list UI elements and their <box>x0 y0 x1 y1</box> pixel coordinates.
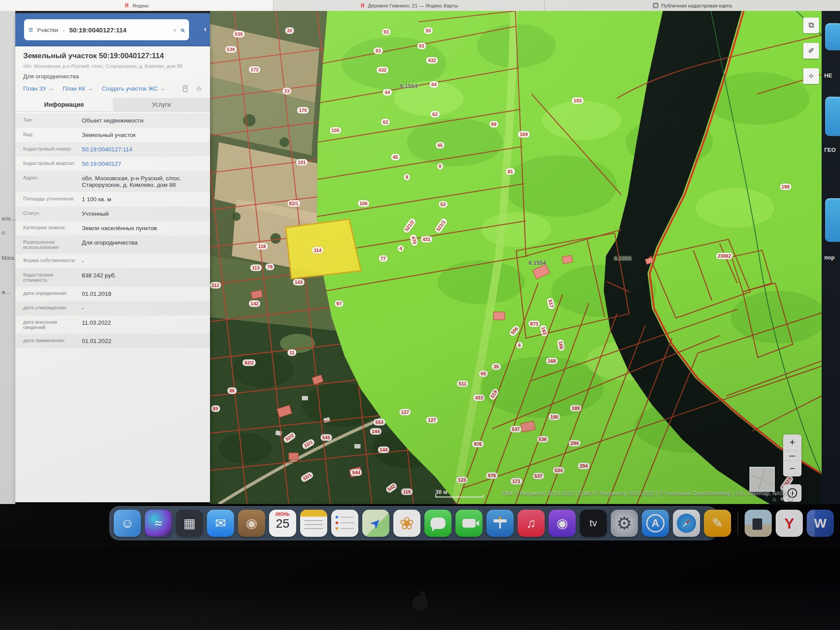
parcel-label[interactable]: 553 <box>374 419 385 425</box>
parcel-label[interactable]: 77 <box>379 255 388 262</box>
launchpad-icon[interactable]: ▦ <box>176 510 203 537</box>
parcel-label[interactable]: 545 <box>320 434 332 441</box>
parcel-label[interactable]: 4 <box>398 245 404 252</box>
messages-icon[interactable] <box>424 510 452 537</box>
app-store-icon[interactable]: A <box>642 510 669 537</box>
tab-pkk[interactable]: R Публичная кадастровая карта <box>545 0 840 11</box>
settings-icon[interactable]: ⚙ <box>611 510 638 537</box>
parcel-label[interactable]: 193 <box>539 325 549 337</box>
parcel-label[interactable]: 93 <box>374 48 382 54</box>
plan-kk-link[interactable]: План КК → <box>63 85 93 92</box>
parcel-label[interactable]: 542 <box>385 482 398 494</box>
collapse-panel-icon[interactable]: ‹ <box>204 24 206 34</box>
parcel-label[interactable]: 113 <box>250 265 262 271</box>
parcel-label[interactable]: 172 <box>249 66 260 73</box>
parcel-label[interactable]: 539 <box>225 46 236 52</box>
parcel-label[interactable]: 199 <box>780 184 791 190</box>
parcel-label[interactable]: 170 <box>297 107 308 113</box>
fullscreen-icon[interactable]: ▣ <box>788 496 793 502</box>
parcel-label[interactable]: 294 <box>569 440 580 447</box>
safari-icon[interactable] <box>673 510 700 537</box>
parcel-label[interactable]: 103 <box>572 98 583 104</box>
parcel-label[interactable]: 976 <box>472 441 483 447</box>
parcel-label[interactable]: 171 <box>511 478 522 485</box>
parcel-label[interactable]: 118 <box>256 243 268 249</box>
contacts-icon[interactable]: ◉ <box>238 510 265 537</box>
parcel-label[interactable]: 9 <box>437 163 443 170</box>
zoom-out-button[interactable]: − <box>783 461 802 476</box>
parcel-label[interactable]: 534 <box>553 467 564 474</box>
parcel-label[interactable]: 517 <box>546 298 555 310</box>
parcel-label[interactable]: 105 <box>329 127 341 133</box>
parcel-label[interactable]: 99 <box>490 121 498 128</box>
cadastral-map[interactable]: 53953930939393931724324322344446.1554170… <box>210 11 822 504</box>
parcel-label[interactable]: 32/1 <box>301 438 316 450</box>
parcel-label[interactable]: 127 <box>426 417 438 424</box>
parcel-label[interactable]: 86 <box>228 387 236 394</box>
parcel-label[interactable]: 45 <box>436 142 444 148</box>
search-input[interactable]: ≡ Участки ⌄ 50:19:0040127:114 × ⌕ <box>24 19 189 40</box>
parcel-label[interactable]: 144 <box>378 447 389 453</box>
tab-yandex-maps[interactable]: Я Деревня Гомнино, 21 — Яндекс Карты <box>273 0 545 11</box>
parcel-label[interactable]: 511 <box>457 381 468 387</box>
chevron-down-icon[interactable]: ⌄ <box>62 27 66 33</box>
parcel-label[interactable]: 81 <box>506 168 514 175</box>
overview-minimap[interactable] <box>749 467 775 492</box>
parcel-label[interactable]: 106 <box>358 200 369 206</box>
parcel-label[interactable]: 112 <box>210 282 221 288</box>
search-query[interactable]: 50:19:0040127:114 <box>69 26 169 34</box>
parcel-label[interactable]: 65 <box>479 371 488 377</box>
downloads-thumbnail-icon[interactable] <box>745 510 772 537</box>
parcel-label[interactable]: 976 <box>486 472 497 479</box>
yandex-browser-icon[interactable]: Y <box>776 510 803 537</box>
parcel-label[interactable]: 470 <box>409 234 418 246</box>
keynote-icon[interactable] <box>486 510 514 537</box>
facetime-icon[interactable] <box>455 510 483 537</box>
parcel-label[interactable]: 44 <box>430 81 438 88</box>
reminders-icon[interactable] <box>331 510 358 537</box>
music-icon[interactable]: ♫ <box>518 510 545 537</box>
parcel-label[interactable]: 53 <box>439 201 448 207</box>
notes-icon[interactable] <box>300 510 327 537</box>
parcel-label[interactable]: 168 <box>546 358 557 364</box>
parcel-label[interactable]: 294 <box>578 463 589 469</box>
parcel-label[interactable]: 11 <box>288 350 297 356</box>
crosshair-icon[interactable]: ✛ <box>780 496 784 502</box>
parcel-label[interactable]: 101 <box>296 159 308 165</box>
parcel-label[interactable]: 432 <box>426 57 438 63</box>
parcel-label[interactable]: 93 <box>382 29 390 35</box>
parcel-label[interactable]: 873 <box>528 320 540 327</box>
podcasts-icon[interactable]: ◉ <box>549 510 576 537</box>
parcel-label[interactable]: 97 <box>335 301 343 307</box>
parcel-label[interactable]: 127 <box>399 409 411 416</box>
parcel-label[interactable]: 143 <box>293 279 304 285</box>
parcel-label[interactable]: 189 <box>570 405 581 412</box>
parcel-label[interactable]: 556 <box>508 325 521 338</box>
parcel-label[interactable]: 433 <box>473 394 485 401</box>
parcel-label[interactable]: 23062 <box>716 253 733 259</box>
favorite-star-icon[interactable]: ☆ <box>196 84 202 93</box>
parcel-label[interactable]: 30 <box>285 28 294 34</box>
apple-tv-icon[interactable]: tv <box>580 510 607 537</box>
create-zhs-link[interactable]: Создать участок ЖС → <box>102 85 165 92</box>
parcel-label[interactable]: 544 <box>350 469 362 476</box>
photos-icon[interactable]: ❀ <box>393 510 420 537</box>
parcel-label[interactable]: 82/1 <box>287 200 300 206</box>
parcel-label[interactable]: 32/2 <box>282 431 297 444</box>
parcel-label[interactable]: 166 <box>557 339 565 352</box>
zoom-in-button[interactable]: + <box>783 434 802 450</box>
parcel-label[interactable]: 79 <box>266 263 274 270</box>
parcel-label[interactable]: 93 <box>424 28 433 34</box>
parcel-label[interactable]: 537 <box>510 426 522 432</box>
doc-search-icon[interactable] <box>183 85 187 92</box>
measure-button[interactable]: ✐ <box>803 43 819 59</box>
word-icon[interactable]: W <box>807 510 834 537</box>
field-value[interactable]: 50:19:0040127:114 <box>82 146 210 153</box>
parcel-label[interactable]: 45 <box>391 154 399 160</box>
parcel-label[interactable]: 432 <box>377 67 388 74</box>
parcel-label[interactable]: 431 <box>421 236 432 242</box>
tab-services[interactable]: Услуги <box>113 98 210 111</box>
parcel-label[interactable]: 9 <box>404 174 410 180</box>
parcel-label[interactable]: 123 <box>456 476 468 483</box>
mail-icon[interactable]: ✉ <box>207 510 234 537</box>
